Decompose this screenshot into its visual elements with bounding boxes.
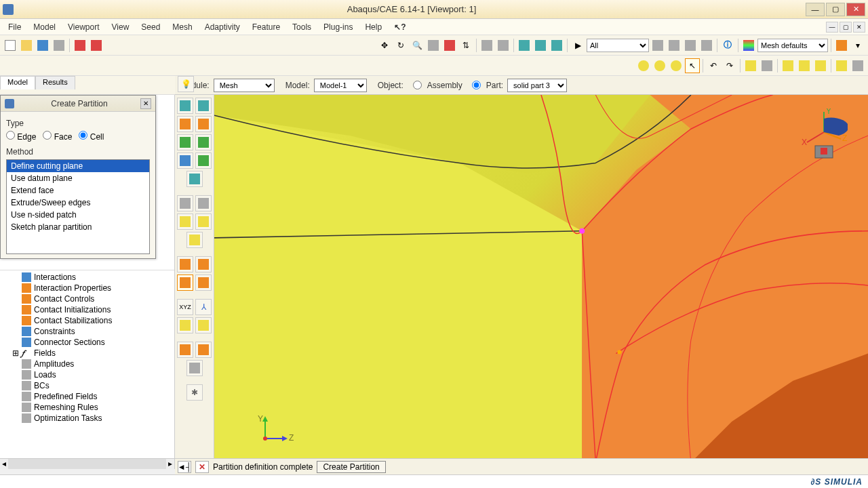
tool-f1[interactable]: ✱: [186, 384, 203, 401]
assembly-radio[interactable]: [413, 81, 422, 89]
tool-d1[interactable]: [177, 317, 193, 333]
menu-file[interactable]: File: [3, 20, 26, 34]
save-button[interactable]: [35, 38, 50, 53]
tab-model[interactable]: Model: [0, 76, 35, 89]
mesh-query-button[interactable]: [195, 152, 212, 169]
close-button[interactable]: ✕: [846, 3, 865, 16]
tree-amplitudes[interactable]: Amplitudes: [3, 359, 172, 369]
tree-interaction-properties[interactable]: Interaction Properties: [3, 283, 172, 293]
partition-tool-button[interactable]: [177, 274, 193, 291]
tool-b2[interactable]: [195, 214, 212, 230]
tree-contact-stabilizations[interactable]: Contact Stabilizations: [3, 315, 172, 326]
redo-button[interactable]: ↷: [722, 58, 737, 73]
arrow-tool[interactable]: ↖: [685, 58, 700, 73]
view-triad[interactable]: Y Z X: [800, 108, 848, 163]
menu-mesh[interactable]: Mesh: [167, 20, 197, 34]
part-select[interactable]: solid part 3: [507, 79, 567, 92]
shade-drop[interactable]: ▾: [850, 38, 865, 53]
fit-button[interactable]: [442, 38, 457, 53]
sel2-button[interactable]: [667, 38, 682, 53]
menu-tools[interactable]: Tools: [287, 20, 317, 34]
viewport[interactable]: Y Z X Y Z: [214, 95, 868, 469]
menu-help[interactable]: Help: [359, 20, 387, 34]
verify-mesh-button[interactable]: [177, 152, 193, 169]
model-select[interactable]: Model-1: [314, 79, 367, 92]
mesh-region-button[interactable]: [195, 134, 212, 150]
type-face-option[interactable]: Face: [43, 131, 72, 142]
prompt-back-button[interactable]: ◄┤: [178, 461, 191, 473]
mdi-restore[interactable]: ▢: [840, 22, 852, 33]
tree-contact-initializations[interactable]: Contact Initializations: [3, 304, 172, 315]
print-button[interactable]: [52, 38, 66, 53]
info-button[interactable]: ⓘ: [720, 38, 735, 53]
shape3-button[interactable]: [669, 58, 684, 73]
filter-select[interactable]: All: [587, 39, 649, 52]
element-type-button[interactable]: [195, 116, 212, 132]
grid2-button[interactable]: [496, 38, 511, 53]
context-help-icon[interactable]: ↖?: [389, 20, 411, 34]
tree-loads[interactable]: Loads: [3, 369, 172, 380]
tool-e2[interactable]: [195, 342, 212, 358]
sel3-button[interactable]: [683, 38, 698, 53]
undo-button[interactable]: ↶: [706, 58, 721, 73]
shape1-button[interactable]: [636, 58, 651, 73]
model-tree[interactable]: Interactions Interaction Properties Cont…: [0, 270, 174, 458]
tree-connector-sections[interactable]: Connector Sections: [3, 337, 172, 348]
open-button[interactable]: [19, 38, 34, 53]
select-arrow[interactable]: ▶: [570, 38, 585, 53]
minimize-button[interactable]: —: [806, 3, 825, 16]
orphan-mesh-button[interactable]: [186, 171, 203, 187]
new-button[interactable]: [3, 38, 18, 53]
shade-button[interactable]: [834, 38, 849, 53]
tool-c2[interactable]: [195, 256, 212, 272]
tab-results[interactable]: Results: [35, 76, 75, 89]
create-set-button[interactable]: [177, 195, 193, 211]
tool-red1[interactable]: [73, 38, 87, 53]
wire2-button[interactable]: [797, 58, 812, 73]
method-item-5[interactable]: Sketch planar partition: [7, 221, 149, 233]
rotate-button[interactable]: ↻: [393, 38, 408, 53]
mdi-close[interactable]: ✕: [853, 22, 865, 33]
tool-d2[interactable]: [195, 317, 212, 333]
seed-edge-button[interactable]: [195, 98, 212, 114]
tool-b1[interactable]: [177, 214, 193, 230]
menu-plugins[interactable]: Plug-ins: [318, 20, 358, 34]
dialog-close-button[interactable]: ✕: [140, 98, 151, 109]
method-list[interactable]: Define cutting plane Use datum plane Ext…: [6, 159, 150, 254]
sel4-button[interactable]: [699, 38, 714, 53]
sel1-button[interactable]: [650, 38, 665, 53]
persp2-button[interactable]: [533, 38, 548, 53]
tool-e3[interactable]: [186, 360, 203, 376]
box1-button[interactable]: [743, 58, 758, 73]
pan-button[interactable]: ✥: [377, 38, 392, 53]
render-select[interactable]: Mesh defaults: [757, 39, 828, 52]
zoom-button[interactable]: 🔍: [410, 38, 425, 53]
persp1-button[interactable]: [517, 38, 532, 53]
mesh-part-button[interactable]: [177, 134, 193, 150]
prompt-cancel-button[interactable]: ✕: [195, 461, 209, 473]
menu-view[interactable]: View: [106, 20, 135, 34]
type-edge-option[interactable]: Edge: [6, 131, 36, 142]
method-item-0[interactable]: Define cutting plane: [7, 160, 149, 172]
tree-constraints[interactable]: Constraints: [3, 326, 172, 337]
tool-c1[interactable]: [177, 256, 193, 272]
zoom-box-button[interactable]: [426, 38, 441, 53]
tree-contact-controls[interactable]: Contact Controls: [3, 293, 172, 304]
wire3-button[interactable]: [813, 58, 828, 73]
method-item-3[interactable]: Extrude/Sweep edges: [7, 197, 149, 209]
method-item-2[interactable]: Extend face: [7, 184, 149, 197]
datum-point-button[interactable]: XYZ: [177, 299, 193, 315]
grid1-button[interactable]: [479, 38, 494, 53]
menu-model[interactable]: Model: [28, 20, 61, 34]
menu-feature[interactable]: Feature: [247, 20, 285, 34]
menu-viewport[interactable]: Viewport: [62, 20, 104, 34]
tree-fields[interactable]: ⊞𝑓Fields: [3, 348, 172, 359]
tree-optimization-tasks[interactable]: Optimization Tasks: [3, 413, 172, 424]
tree-bcs[interactable]: BCs: [3, 380, 172, 391]
tree-predefined-fields[interactable]: Predefined Fields: [3, 391, 172, 402]
create-partition-button[interactable]: Create Partition: [317, 461, 385, 473]
datum-csys-button[interactable]: ⅄: [195, 299, 212, 315]
method-item-4[interactable]: Use n-sided patch: [7, 209, 149, 221]
tree-remeshing-rules[interactable]: Remeshing Rules: [3, 402, 172, 413]
tool-c4[interactable]: [195, 274, 212, 291]
